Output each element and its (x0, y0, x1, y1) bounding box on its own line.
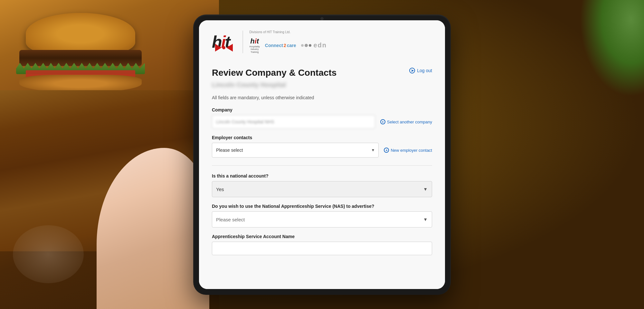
company-name-blurred: Lincoln County Hospital (212, 81, 432, 89)
hit-bowtie-icon (215, 43, 233, 53)
connect2care-2: 2 (284, 43, 286, 48)
national-account-select-wrapper: Yes No ▼ (212, 181, 432, 197)
tablet-device: hit Divisions of HIT Training Ltd. (193, 14, 451, 295)
employer-contacts-select[interactable]: Please select (212, 143, 379, 158)
page-header: Review Company & Contacts ➤ Log out (212, 68, 432, 78)
tablet-camera (320, 17, 324, 20)
connect2care-logo: Connect 2 care (265, 43, 296, 48)
nuts-bowl (13, 225, 84, 283)
national-account-label: Is this a national account? (212, 173, 432, 179)
mandatory-note: All fields are mandatory, unless otherwi… (212, 95, 432, 100)
new-employer-contact-icon: + (384, 148, 389, 153)
logout-label: Log out (417, 68, 432, 73)
svg-point-2 (222, 46, 225, 49)
nas-label: Do you wish to use the National Apprenti… (212, 204, 432, 209)
select-another-company-icon: + (380, 119, 385, 124)
burger-bun-top (26, 13, 135, 55)
new-employer-contact-label: New employer contact (391, 148, 432, 153)
edn-dot-1 (301, 44, 304, 47)
edn-dot-2 (305, 44, 308, 47)
apprenticeship-account-group: Apprenticeship Service Account Name (212, 234, 432, 255)
plant (580, 0, 644, 97)
edn-dots (301, 44, 311, 47)
hit-sub-text: hit (250, 37, 259, 45)
burger-patty (19, 50, 142, 66)
company-input[interactable] (212, 115, 375, 129)
connect2care-care: care (287, 43, 296, 48)
logout-icon: ➤ (409, 68, 415, 73)
edn-logo: edn (301, 42, 327, 49)
national-account-select[interactable]: Yes No (212, 181, 432, 197)
new-employer-contact-link[interactable]: + New employer contact (384, 148, 432, 153)
hit-sub-logo: hit HospitalityIndustryTraining (250, 37, 260, 53)
logo-divider (242, 31, 243, 53)
logout-link[interactable]: ➤ Log out (409, 68, 432, 73)
divisions-label: Divisions of HIT Training Ltd. (250, 30, 327, 34)
apprenticeship-account-label: Apprenticeship Service Account Name (212, 234, 432, 239)
employer-contacts-label: Employer contacts (212, 135, 432, 140)
page-title: Review Company & Contacts (212, 68, 336, 78)
edn-dot-3 (309, 44, 311, 47)
hit-main-logo: hit (212, 34, 230, 50)
company-group: Company + Select another company (212, 107, 432, 129)
connect2care-text: Connect (265, 43, 283, 48)
form-content: hit Divisions of HIT Training Ltd. (199, 20, 445, 289)
nas-select[interactable]: Please select Yes No (212, 211, 432, 227)
employer-contacts-row: Please select ▼ + New employer contact (212, 143, 432, 158)
tablet-screen: hit Divisions of HIT Training Ltd. (199, 20, 445, 289)
burger-bun-bottom (19, 75, 142, 92)
sub-logos: hit HospitalityIndustryTraining Connect … (250, 37, 327, 53)
hit-sub-subtitle: HospitalityIndustryTraining (250, 45, 260, 53)
edn-text: edn (313, 42, 327, 49)
svg-marker-0 (215, 44, 222, 52)
section-divider (212, 165, 432, 166)
company-label: Company (212, 107, 432, 112)
svg-marker-1 (226, 44, 233, 52)
company-row: + Select another company (212, 115, 432, 129)
select-another-company-link[interactable]: + Select another company (380, 119, 432, 124)
national-account-group: Is this a national account? Yes No ▼ (212, 173, 432, 197)
select-another-company-label: Select another company (387, 120, 432, 124)
header-logos: hit Divisions of HIT Training Ltd. (212, 30, 432, 59)
apprenticeship-account-input[interactable] (212, 242, 432, 255)
nas-group: Do you wish to use the National Apprenti… (212, 204, 432, 227)
employer-contacts-group: Employer contacts Please select ▼ + New … (212, 135, 432, 158)
employer-contacts-select-wrapper: Please select ▼ (212, 143, 379, 158)
nas-select-wrapper: Please select Yes No ▼ (212, 211, 432, 227)
